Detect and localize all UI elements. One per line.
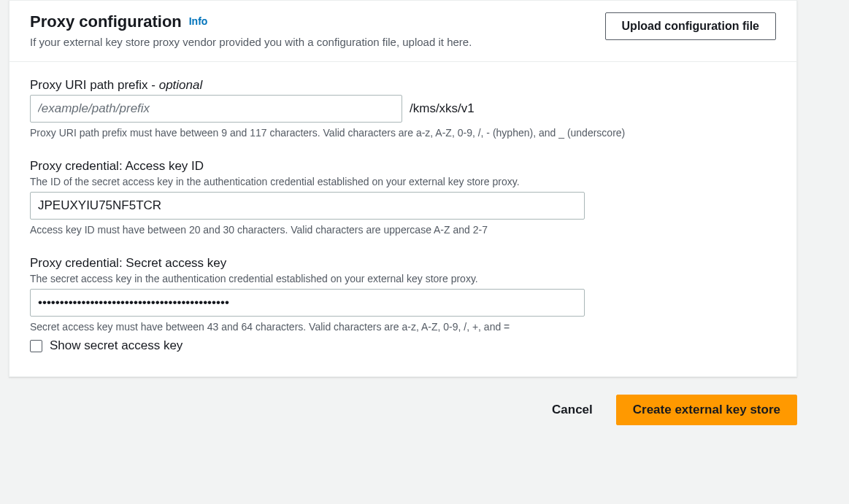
secret-access-key-field: Proxy credential: Secret access key The …: [30, 256, 776, 353]
show-secret-row: Show secret access key: [30, 338, 776, 353]
proxy-uri-prefix-label: Proxy URI path prefix - optional: [30, 78, 776, 93]
upload-configuration-button[interactable]: Upload configuration file: [605, 12, 776, 40]
cancel-button[interactable]: Cancel: [542, 395, 603, 425]
proxy-uri-suffix: /kms/xks/v1: [402, 101, 475, 116]
show-secret-checkbox[interactable]: [30, 340, 42, 352]
access-key-id-desc: The ID of the secret access key in the a…: [30, 176, 776, 187]
show-secret-label[interactable]: Show secret access key: [50, 338, 183, 353]
info-link[interactable]: Info: [189, 15, 208, 27]
panel-header-left: Proxy configuration Info If your externa…: [30, 12, 605, 48]
proxy-configuration-panel: Proxy configuration Info If your externa…: [9, 0, 797, 377]
create-external-key-store-button[interactable]: Create external key store: [616, 395, 797, 425]
panel-title: Proxy configuration: [30, 12, 182, 31]
secret-access-key-label: Proxy credential: Secret access key: [30, 256, 776, 271]
footer-actions: Cancel Create external key store: [9, 395, 797, 425]
secret-access-key-hint: Secret access key must have between 43 a…: [30, 321, 776, 333]
access-key-id-hint: Access key ID must have between 20 and 3…: [30, 224, 776, 236]
proxy-uri-prefix-label-text: Proxy URI path prefix -: [30, 78, 159, 92]
proxy-uri-prefix-field: Proxy URI path prefix - optional /kms/xk…: [30, 78, 776, 139]
access-key-id-label: Proxy credential: Access key ID: [30, 159, 776, 174]
panel-body: Proxy URI path prefix - optional /kms/xk…: [9, 62, 796, 376]
secret-access-key-desc: The secret access key in the authenticat…: [30, 273, 776, 284]
optional-marker: optional: [159, 78, 203, 92]
secret-access-key-input[interactable]: [30, 289, 585, 317]
access-key-id-input[interactable]: [30, 192, 585, 220]
panel-header: Proxy configuration Info If your externa…: [9, 1, 796, 62]
panel-subtitle: If your external key store proxy vendor …: [30, 36, 605, 48]
proxy-uri-prefix-hint: Proxy URI path prefix must have between …: [30, 127, 776, 139]
proxy-uri-prefix-input[interactable]: [30, 95, 402, 123]
access-key-id-field: Proxy credential: Access key ID The ID o…: [30, 159, 776, 236]
proxy-uri-row: /kms/xks/v1: [30, 95, 776, 123]
